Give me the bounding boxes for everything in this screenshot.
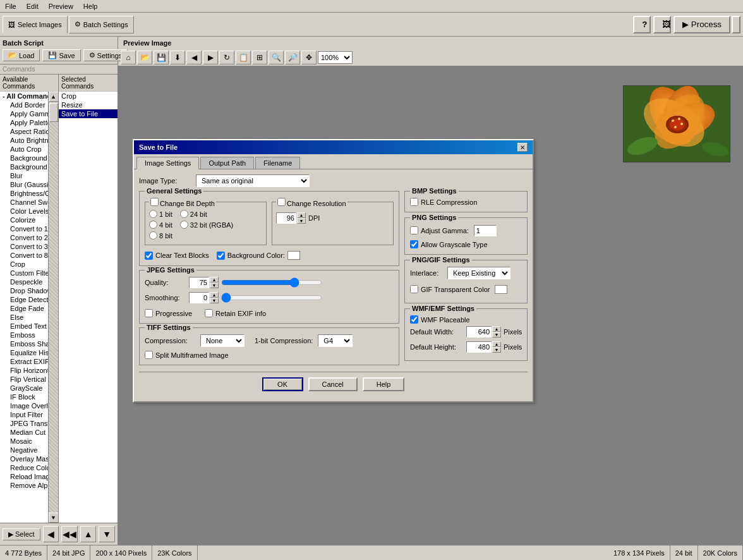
progressive-checkbox[interactable] — [145, 309, 153, 317]
wmf-placeable-row[interactable]: WMF Placeable — [410, 315, 522, 324]
retain-exif-checkbox[interactable] — [205, 309, 213, 317]
radio-8bit[interactable]: 8 bit — [149, 231, 172, 240]
radio-32bit-rgba[interactable]: 32 bit (RGBA) — [180, 221, 233, 229]
dialog-title-text: Save to File — [139, 143, 178, 151]
dpi-up-btn[interactable]: ▲ — [297, 212, 306, 218]
bit-depth-row3: 8 bit — [149, 231, 262, 240]
quality-slider-wrap — [221, 277, 322, 288]
ok-button[interactable]: OK — [262, 377, 303, 391]
image-type-label: Image Type: — [139, 177, 196, 185]
save-to-file-dialog: Save to File ✕ Image Settings Output Pat… — [133, 139, 534, 403]
gif-transparent-checkbox-row[interactable]: GIF Transparent Color — [410, 285, 490, 293]
change-bit-depth-checkbox[interactable] — [150, 198, 159, 206]
general-settings-group: General Settings Change Bit Depth — [139, 191, 399, 266]
radio-4bit-input[interactable] — [149, 221, 157, 229]
smoothing-down-btn[interactable]: ▼ — [210, 298, 219, 303]
adjust-gamma-checkbox-row[interactable]: Adjust Gamma: — [410, 226, 469, 234]
radio-24bit[interactable]: 24 bit — [180, 210, 207, 218]
radio-8bit-input[interactable] — [149, 231, 157, 240]
allow-grayscale-checkbox[interactable] — [410, 240, 418, 248]
bmp-settings-content: RLE Compression — [410, 198, 522, 206]
help-dialog-button[interactable]: Help — [363, 377, 405, 391]
default-width-up-btn[interactable]: ▲ — [492, 326, 501, 332]
gif-transparent-row: GIF Transparent Color — [410, 283, 522, 295]
rle-compression-checkbox[interactable] — [410, 198, 418, 206]
general-checkboxes: Clear Text Blocks Background Color: — [145, 249, 394, 262]
dpi-input[interactable] — [276, 212, 296, 224]
quality-slider[interactable] — [221, 277, 322, 288]
default-width-down-btn[interactable]: ▼ — [492, 332, 501, 338]
progressive-label: Progressive — [155, 310, 192, 317]
split-multiframed-row[interactable]: Split Multiframed Image — [145, 351, 394, 359]
change-bit-depth-group: Change Bit Depth 1 bit 24 bit — [145, 202, 267, 245]
clear-text-blocks-checkbox[interactable] — [145, 252, 153, 260]
dialog-close-button[interactable]: ✕ — [517, 143, 528, 152]
default-height-down-btn[interactable]: ▼ — [492, 347, 501, 353]
progressive-row[interactable]: Progressive — [145, 309, 192, 317]
default-width-spinner: ▲ ▼ — [466, 326, 501, 338]
jpeg-settings-group: JPEG Settings Quality: ▲ ▼ — [139, 270, 399, 324]
quality-up-btn[interactable]: ▲ — [210, 277, 219, 283]
radio-1bit-input[interactable] — [149, 210, 157, 218]
compression-label: Compression: — [145, 337, 195, 344]
adjust-gamma-checkbox[interactable] — [410, 226, 418, 234]
retain-exif-row[interactable]: Retain EXIF info — [205, 309, 266, 317]
background-color-swatch[interactable] — [287, 251, 300, 260]
allow-grayscale-row[interactable]: Allow Grayscale Type — [410, 240, 522, 248]
radio-4bit[interactable]: 4 bit — [149, 221, 172, 229]
clear-text-blocks-row[interactable]: Clear Text Blocks — [145, 251, 209, 260]
rle-compression-label: RLE Compression — [421, 198, 477, 206]
interlace-row: Interlace: Keep Existing None Interlaced — [410, 267, 522, 279]
dpi-label: DPI — [308, 214, 320, 222]
rle-compression-row[interactable]: RLE Compression — [410, 198, 522, 206]
wmf-emf-settings-group: WMF/EMF Settings WMF Placeable Default W… — [404, 308, 528, 361]
dpi-down-btn[interactable]: ▼ — [297, 218, 306, 224]
default-height-up-btn[interactable]: ▲ — [492, 341, 501, 347]
dpi-spinner-btns: ▲ ▼ — [297, 212, 306, 224]
tab-image-settings[interactable]: Image Settings — [136, 157, 199, 169]
smoothing-slider[interactable] — [221, 293, 322, 303]
quality-spinner-btns: ▲ ▼ — [210, 277, 219, 288]
quality-input[interactable] — [189, 277, 209, 288]
background-color-row[interactable]: Background Color: — [217, 251, 300, 260]
tab-output-path[interactable]: Output Path — [200, 157, 254, 169]
smoothing-slider-wrap — [221, 293, 322, 303]
image-type-select[interactable]: Same as original BMP GIF JPEG PNG TIFF — [196, 174, 310, 187]
cancel-button[interactable]: Cancel — [308, 377, 358, 391]
allow-grayscale-label: Allow Grayscale Type — [421, 241, 488, 248]
bit-depth-row2: 4 bit 32 bit (RGBA) — [149, 221, 262, 229]
adjust-gamma-input[interactable] — [474, 225, 497, 236]
quality-row: Quality: ▲ ▼ — [145, 277, 394, 288]
tiff-split-row: Split Multiframed Image — [145, 351, 394, 359]
gif-transparent-checkbox[interactable] — [410, 285, 418, 293]
gif-transparent-label: GIF Transparent Color — [421, 286, 490, 293]
tiff-settings-title: TIFF Settings — [145, 324, 193, 331]
radio-24bit-input[interactable] — [180, 210, 188, 218]
background-color-checkbox[interactable] — [217, 252, 225, 260]
smoothing-up-btn[interactable]: ▲ — [210, 292, 219, 298]
bit-depth-radios: 1 bit 24 bit 4 bit — [149, 210, 262, 240]
default-height-input[interactable] — [466, 341, 492, 353]
general-settings-inner: Change Bit Depth 1 bit 24 bit — [145, 199, 394, 245]
change-resolution-checkbox[interactable] — [277, 198, 286, 206]
split-multiframed-checkbox[interactable] — [145, 351, 153, 359]
radio-32bit-input[interactable] — [180, 221, 188, 229]
tab-filename[interactable]: Filename — [255, 157, 300, 169]
png-settings-title: PNG Settings — [410, 214, 458, 221]
compression-select[interactable]: None LZW ZIP JPEG — [200, 334, 245, 347]
png-settings-group: PNG Settings Adjust Gamma: — [404, 217, 528, 255]
bit1-compression-select[interactable]: G4 G3 CCITT — [318, 334, 353, 347]
default-width-row: Default Width: ▲ ▼ Pixels — [410, 326, 522, 338]
bmp-settings-title: BMP Settings — [410, 187, 459, 195]
default-width-spinner-btns: ▲ ▼ — [492, 326, 501, 338]
default-width-input[interactable] — [466, 326, 492, 338]
radio-1bit[interactable]: 1 bit — [149, 210, 172, 218]
interlace-label: Interlace: — [410, 269, 445, 277]
png-gif-settings-title: PNG/GIF Settings — [410, 256, 472, 264]
interlace-select[interactable]: Keep Existing None Interlaced — [447, 267, 510, 279]
smoothing-input[interactable] — [189, 292, 209, 303]
tiff-settings-group: TIFF Settings Compression: None LZW ZIP … — [139, 327, 399, 365]
quality-down-btn[interactable]: ▼ — [210, 283, 219, 288]
wmf-placeable-checkbox[interactable] — [410, 315, 418, 324]
gif-transparent-color-swatch[interactable] — [495, 285, 507, 294]
